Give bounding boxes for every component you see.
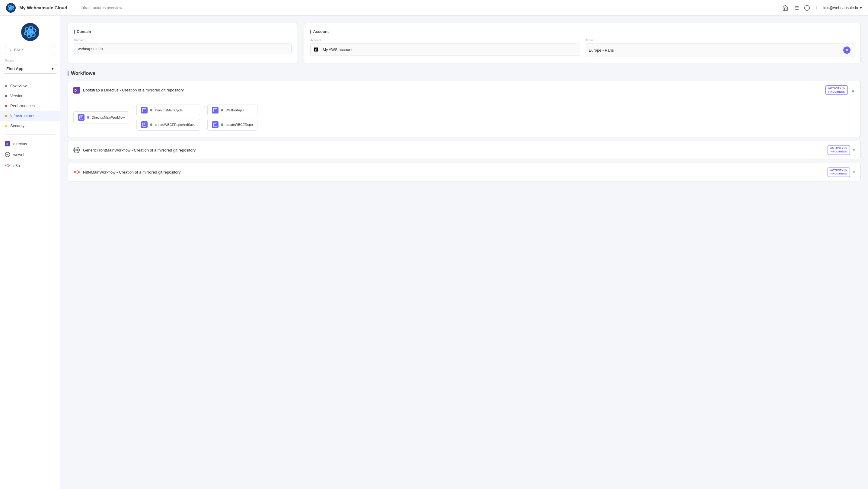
- sidebar-item-overview[interactable]: Overview: [0, 81, 60, 91]
- gear-workflow-icon: [73, 147, 80, 153]
- n8n-workflow-icon: [73, 169, 80, 175]
- dot-icon-3: [150, 123, 152, 126]
- flow-node-directusmainworkflow: DirectusMainWorkflow: [73, 112, 129, 123]
- header-title: My Webcapsule Cloud: [19, 5, 67, 10]
- domain-field-label: Domain: [74, 39, 291, 42]
- workflow-2-label: GenericFrontMainWorkflow - Creation of a…: [83, 148, 195, 152]
- n8n-icon: [5, 163, 10, 168]
- workflow-header-right-3: ACTIVITY INPROGRESS ▾: [828, 167, 855, 177]
- directus-icon: D: [5, 141, 10, 146]
- flow-node-icon-3: [141, 121, 148, 128]
- svg-rect-33: [143, 109, 146, 112]
- account-label: Account: [310, 39, 580, 42]
- region-value: Europe - Paris 8: [585, 43, 855, 57]
- flow-col-3: WaitForInput createWBCERepo: [207, 104, 257, 131]
- flow-diagram-1: DirectusMainWorkflow →: [73, 104, 855, 131]
- svg-point-4: [10, 7, 12, 9]
- svg-point-23: [9, 165, 10, 166]
- svg-point-45: [74, 172, 75, 173]
- performances-dot-icon: [5, 105, 7, 107]
- workflow-header-left-2: GenericFrontMainWorkflow - Creation of a…: [73, 147, 195, 153]
- domain-card: Domain Domain webcapsule.io: [68, 23, 298, 63]
- sidebar-item-infrastructures[interactable]: Infrastructures: [0, 111, 60, 121]
- main-content: Domain Domain webcapsule.io Account Acco…: [60, 16, 868, 489]
- collapse-chevron-1[interactable]: ▲: [851, 88, 855, 93]
- workflow-card-1: D Bootstrap a Directus - Creation of a m…: [68, 81, 861, 137]
- dot-icon-1: [87, 116, 89, 119]
- account-card: Account Account 🅰 My AWS account: [304, 23, 861, 63]
- project-chevron-icon: ▾: [52, 66, 54, 71]
- workflow-header-1[interactable]: D Bootstrap a Directus - Creation of a m…: [68, 81, 861, 99]
- project-selector[interactable]: First App ▾: [3, 64, 57, 74]
- sidebar-item-performances[interactable]: Performances: [0, 101, 60, 111]
- sidebar-item-version[interactable]: Version: [0, 91, 60, 101]
- back-button-label: ← BACK: [9, 48, 24, 52]
- account-card-title: Account: [310, 29, 855, 34]
- header-chevron-icon: ▾: [860, 5, 862, 10]
- node-label-1: DirectusMainWorkflow: [92, 116, 125, 119]
- project-label: Project: [0, 59, 60, 64]
- version-dot-icon: [5, 95, 7, 97]
- header-username: loic@webcapsule.io: [823, 5, 858, 10]
- sidebar-item-label-n8n: n8n: [13, 163, 20, 168]
- svg-point-44: [76, 149, 78, 151]
- list-icon[interactable]: [793, 5, 799, 11]
- flow-node-icon-4: [212, 107, 218, 114]
- svg-point-18: [28, 30, 32, 34]
- header-divider: |: [73, 5, 74, 10]
- svg-rect-42: [213, 123, 217, 127]
- svg-text:🅰: 🅰: [314, 48, 318, 52]
- flow-arrow-2: →: [200, 104, 207, 110]
- sidebar-item-n8n[interactable]: n8n: [0, 160, 60, 171]
- workflow-header-3[interactable]: N8NMainWorkflow - Creation of a mirrored…: [68, 163, 861, 181]
- workflow-header-2[interactable]: GenericFrontMainWorkflow - Creation of a…: [68, 141, 861, 159]
- account-value: 🅰 My AWS account: [310, 43, 580, 56]
- flow-node-icon-2: [141, 107, 148, 114]
- sidebar-item-label-security: Security: [10, 123, 25, 128]
- header-right: | loic@webcapsule.io ▾: [782, 5, 862, 11]
- flow-col-1: DirectusMainWorkflow: [73, 104, 129, 131]
- activity-badge-3: ACTIVITY INPROGRESS: [828, 167, 850, 177]
- header-left: My Webcapsule Cloud | Infrastructures ov…: [6, 3, 122, 13]
- flow-node-directusmaincycle: DirectusMainCycle: [136, 104, 200, 116]
- domain-card-title: Domain: [74, 29, 291, 34]
- flow-node-icon-5: [212, 121, 218, 128]
- amazon-icon: 🅰: [314, 47, 320, 53]
- svg-rect-39: [213, 109, 217, 112]
- header-user[interactable]: loic@webcapsule.io ▾: [823, 5, 862, 10]
- node-label-3: createWBCERepoAndSave: [155, 123, 195, 126]
- sidebar-item-label-infrastructures: Infrastructures: [10, 114, 35, 118]
- svg-line-25: [6, 166, 9, 166]
- sidebar-item-security[interactable]: Security: [0, 121, 60, 131]
- flow-node-createwbcerepo: createWBCERepo: [207, 119, 257, 131]
- sidebar-item-label-weweb: weweb: [13, 152, 25, 157]
- dot-icon-4: [221, 109, 223, 112]
- directus-workflow-icon: D: [73, 87, 80, 94]
- home-icon[interactable]: [782, 5, 788, 11]
- workflow-3-label: N8NMainWorkflow - Creation of a mirrored…: [83, 170, 181, 175]
- workflow-body-1: DirectusMainWorkflow →: [68, 99, 861, 137]
- svg-text:D: D: [6, 143, 8, 146]
- region-badge: 8: [843, 47, 850, 54]
- layout: ← BACK Project First App ▾ Overview Vers…: [0, 16, 868, 489]
- sidebar-item-directus[interactable]: D directus: [0, 138, 60, 149]
- nav-section: Overview Version Performances Infrastruc…: [0, 80, 60, 132]
- sidebar-item-weweb[interactable]: weweb: [0, 149, 60, 160]
- sidebar-logo-area: [0, 21, 60, 46]
- svg-point-46: [78, 172, 80, 173]
- activity-badge-1: ACTIVITY INPROGRESS: [826, 85, 848, 95]
- sidebar-item-label-overview: Overview: [10, 84, 27, 88]
- flow-arrow-1: →: [129, 104, 136, 110]
- node-label-5: createWBCERepo: [226, 123, 253, 126]
- sidebar-logo-icon: [21, 23, 39, 41]
- workflow-header-right-1: ACTIVITY INPROGRESS ▲: [826, 85, 855, 95]
- svg-text:D: D: [74, 89, 77, 92]
- expand-chevron-2[interactable]: ▾: [853, 148, 855, 152]
- sidebar: ← BACK Project First App ▾ Overview Vers…: [0, 16, 60, 489]
- region-label: Region: [585, 39, 855, 42]
- expand-chevron-3[interactable]: ▾: [853, 170, 855, 175]
- info-icon[interactable]: [804, 5, 810, 11]
- dot-icon-2: [150, 109, 152, 112]
- svg-line-48: [75, 173, 78, 174]
- back-button[interactable]: ← BACK: [5, 46, 55, 54]
